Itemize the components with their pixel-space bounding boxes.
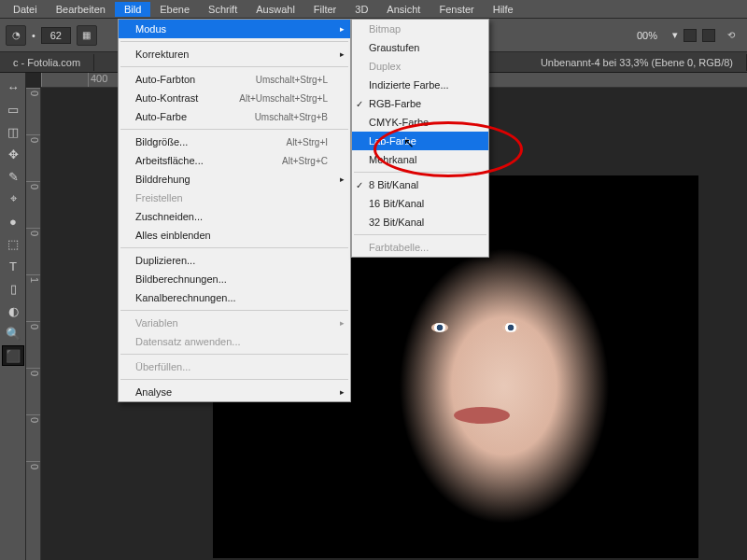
- menu-bild-item-auto-kontrast[interactable]: Auto-KontrastAlt+Umschalt+Strg+L: [119, 89, 350, 107]
- tool-11[interactable]: 🔍: [2, 323, 24, 343]
- menubar-item-datei[interactable]: Datei: [4, 2, 47, 17]
- menu-bild-item-auto-farbton[interactable]: Auto-FarbtonUmschalt+Strg+L: [119, 70, 350, 89]
- tool-7[interactable]: ⬚: [2, 233, 24, 254]
- menu-bild-item-bildberechnungen-[interactable]: Bildberechnungen...: [119, 270, 350, 288]
- tools-panel: ↔▭◫✥✎⌖●⬚T▯◐🔍⬛: [0, 73, 26, 560]
- brush-size-input[interactable]: 62: [41, 27, 71, 44]
- menu-bild-item-bildgr-e-[interactable]: Bildgröße...Alt+Strg+I: [119, 133, 350, 151]
- tool-preset-icon[interactable]: ◔: [6, 25, 26, 46]
- menubar: DateiBearbeitenBildEbeneSchriftAuswahlFi…: [0, 0, 747, 19]
- menu-bild-dropdown: ModusKorrekturenAuto-FarbtonUmschalt+Str…: [118, 19, 351, 402]
- menu-modus-item-lab-farbe[interactable]: Lab-Farbe: [352, 132, 488, 150]
- chevron-down-icon: ▾: [672, 29, 678, 41]
- menu-bild-item-kanalberechnungen-[interactable]: Kanalberechnungen...: [119, 288, 350, 307]
- pressure-icon[interactable]: ⟲: [721, 25, 741, 46]
- menu-bild-item-alles-einblenden[interactable]: Alles einblenden: [119, 226, 350, 245]
- toggle-b[interactable]: [702, 29, 715, 42]
- menubar-item-schrift[interactable]: Schrift: [199, 2, 247, 17]
- dot-icon: •: [32, 30, 35, 41]
- menu-modus-item-rgb-farbe[interactable]: RGB-Farbe: [352, 94, 488, 113]
- tool-5[interactable]: ⌖: [2, 189, 24, 209]
- menubar-item-ansicht[interactable]: Ansicht: [377, 2, 430, 17]
- tool-10[interactable]: ◐: [2, 301, 24, 321]
- menu-modus-item-graustufen[interactable]: Graustufen: [352, 38, 488, 57]
- menu-bild-item-variablen: Variablen: [119, 314, 350, 332]
- menu-bild-item-modus[interactable]: Modus: [119, 20, 350, 38]
- menubar-item-ebene[interactable]: Ebene: [150, 2, 199, 17]
- menu-modus-item-farbtabelle-: Farbtabelle...: [352, 238, 488, 257]
- tool-1[interactable]: ▭: [2, 99, 24, 119]
- menubar-item-3d[interactable]: 3D: [345, 2, 377, 17]
- menu-bild-item-bilddrehung[interactable]: Bilddrehung: [119, 170, 350, 189]
- menubar-item-filter[interactable]: Filter: [304, 2, 345, 17]
- menu-modus-item-duplex: Duplex: [352, 57, 488, 76]
- menu-modus-item-indizierte-farbe-[interactable]: Indizierte Farbe...: [352, 76, 488, 94]
- tool-2[interactable]: ◫: [2, 121, 24, 142]
- tool-4[interactable]: ✎: [2, 166, 24, 187]
- brush-panel-icon[interactable]: ▦: [77, 25, 97, 46]
- document-tab-1[interactable]: c - Fotolia.com: [0, 54, 94, 71]
- toggle-a[interactable]: [684, 29, 697, 42]
- tool-0[interactable]: ↔: [2, 77, 24, 97]
- zoom-readout: 00%: [637, 30, 657, 41]
- tool-9[interactable]: ▯: [2, 278, 24, 299]
- tool-8[interactable]: T: [2, 256, 24, 276]
- menu-bild-item-korrekturen[interactable]: Korrekturen: [119, 45, 350, 63]
- menu-bild-item-auto-farbe[interactable]: Auto-FarbeUmschalt+Strg+B: [119, 107, 350, 126]
- menu-bild-item-arbeitsfl-che-[interactable]: Arbeitsfläche...Alt+Strg+C: [119, 151, 350, 170]
- menu-bild-item-freistellen: Freistellen: [119, 189, 350, 207]
- tool-6[interactable]: ●: [2, 211, 24, 231]
- menubar-item-auswahl[interactable]: Auswahl: [247, 2, 304, 17]
- menu-modus-item-8-bit-kanal[interactable]: 8 Bit/Kanal: [352, 175, 488, 194]
- menu-bild-item-zuschneiden-[interactable]: Zuschneiden...: [119, 207, 350, 226]
- menu-bild-item--berf-llen-: Überfüllen...: [119, 357, 350, 376]
- tool-12[interactable]: ⬛: [2, 345, 24, 366]
- menubar-item-hilfe[interactable]: Hilfe: [484, 2, 523, 17]
- menu-modus-item-32-bit-kanal[interactable]: 32 Bit/Kanal: [352, 213, 488, 231]
- menu-modus-item-cmyk-farbe[interactable]: CMYK-Farbe: [352, 113, 488, 132]
- menubar-item-bearbeiten[interactable]: Bearbeiten: [47, 2, 115, 17]
- menu-modus-submenu: BitmapGraustufenDuplexIndizierte Farbe..…: [351, 19, 489, 258]
- menu-bild-item-datensatz-anwenden-: Datensatz anwenden...: [119, 332, 350, 351]
- ruler-vertical: 000010000: [26, 88, 41, 560]
- document-tab-2[interactable]: Unbenannt-4 bei 33,3% (Ebene 0, RGB/8): [528, 54, 747, 71]
- tool-3[interactable]: ✥: [2, 144, 24, 164]
- menu-bild-item-analyse[interactable]: Analyse: [119, 383, 350, 401]
- menu-modus-item-bitmap: Bitmap: [352, 20, 488, 38]
- menubar-item-bild[interactable]: Bild: [115, 2, 150, 17]
- menu-modus-item-mehrkanal[interactable]: Mehrkanal: [352, 150, 488, 169]
- menubar-item-fenster[interactable]: Fenster: [430, 2, 483, 17]
- menu-bild-item-duplizieren-[interactable]: Duplizieren...: [119, 251, 350, 270]
- menu-modus-item-16-bit-kanal[interactable]: 16 Bit/Kanal: [352, 194, 488, 213]
